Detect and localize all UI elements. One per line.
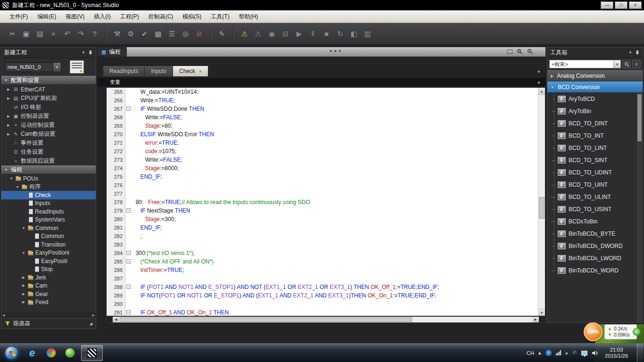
- flag-tray-icon[interactable]: ⚐: [572, 350, 577, 356]
- tree-item-cam[interactable]: ▶✎Cam数据设置: [1, 130, 96, 139]
- toolbox-search-combo[interactable]: ▼: [549, 60, 621, 68]
- warning-level-icon[interactable]: ⚠: [238, 27, 251, 41]
- menu-item-9[interactable]: 帮助(H): [234, 10, 263, 23]
- build-icon[interactable]: ⚒: [110, 27, 124, 41]
- toolbox-function-bcdstobin[interactable]: FBCDsToBin: [547, 215, 643, 228]
- network-icon[interactable]: [556, 350, 561, 355]
- code-line-275[interactable]: 275 END_IF;: [107, 173, 545, 181]
- fold-collapse-icon[interactable]: −: [126, 208, 131, 213]
- tree-item-feed[interactable]: ▶Feed: [1, 298, 96, 307]
- toolbox-function-bcd-to-usint[interactable]: FBCD_TO_USINT: [547, 203, 643, 215]
- rebuild-icon[interactable]: ⚙: [124, 27, 138, 41]
- run-icon[interactable]: ▶: [292, 27, 306, 41]
- tree-item-stop[interactable]: Stop: [1, 265, 96, 274]
- fold-collapse-icon[interactable]: −: [126, 285, 131, 289]
- start-button[interactable]: [5, 346, 19, 360]
- expand-icon[interactable]: ◢: [90, 321, 92, 326]
- volume-icon[interactable]: [592, 350, 598, 356]
- chevron-right-icon[interactable]: ▶: [21, 292, 26, 296]
- scroll-right-icon[interactable]: ▶: [532, 317, 539, 322]
- progress-badge[interactable]: 80%: [584, 322, 603, 341]
- antivirus-tray-icon[interactable]: ●: [565, 350, 569, 356]
- chevron-down-icon[interactable]: ▼: [613, 60, 620, 68]
- horizontal-scrollbar[interactable]: ◀ ▶: [106, 316, 545, 323]
- tree-item-gear[interactable]: ▶Gear: [1, 290, 96, 298]
- code-line-280[interactable]: 280 Stage:=300;: [107, 215, 545, 223]
- code-line-267[interactable]: 267− IF WriteSDO.Done THEN: [107, 105, 545, 113]
- fit-to-window-icon[interactable]: [507, 49, 512, 54]
- st-code-editor[interactable]: 265 W_data:=UINT#10#14;266 Write:=TRUE;2…: [106, 87, 545, 316]
- search-input[interactable]: [550, 60, 613, 68]
- tree-item-common[interactable]: Common: [1, 232, 96, 241]
- chevron-right-icon[interactable]: ▶: [6, 132, 11, 136]
- toolbox-function-bcd-to-udint[interactable]: FBCD_TO_UDINT: [547, 166, 643, 179]
- chevron-down-icon[interactable]: ▼: [53, 63, 61, 72]
- tree-item-item[interactable]: ≈数据跟踪设置: [1, 156, 96, 165]
- pin-icon[interactable]: [88, 50, 93, 56]
- tab-inputs[interactable]: Inputs: [145, 66, 173, 76]
- code-line-290[interactable]: 290: [107, 300, 545, 308]
- chevron-right-icon[interactable]: ▶: [21, 300, 26, 304]
- help-tray-icon[interactable]: ?: [545, 350, 552, 356]
- tree-item-easypositioni[interactable]: ▼EasyPositioni: [1, 249, 96, 257]
- sysmac-studio-taskbar-button[interactable]: [81, 345, 103, 361]
- chevron-down-icon[interactable]: ▼: [82, 50, 85, 55]
- add-task-button[interactable]: +: [633, 328, 641, 336]
- taskbar-clock[interactable]: 21:03 2015/1/26: [602, 347, 631, 359]
- tab-check[interactable]: Check×: [173, 66, 208, 76]
- menu-item-7[interactable]: 模拟(S): [178, 10, 206, 23]
- tree-item-jerk[interactable]: ▶Jerk: [1, 273, 96, 282]
- code-line-284[interactable]: 284− 300:(*test I/O servo 1*);: [107, 249, 545, 257]
- redo-icon[interactable]: ↷: [74, 27, 88, 41]
- code-line-277[interactable]: 277: [107, 189, 545, 198]
- scrollbar-thumb[interactable]: [539, 197, 545, 219]
- monitor-icon[interactable]: ◉: [265, 27, 279, 41]
- code-line-271[interactable]: 271 error:=TRUE;: [107, 139, 545, 147]
- toolbox-function-bcd-to-ulint[interactable]: FBCD_TO_ULINT: [547, 191, 643, 203]
- code-line-282[interactable]: 282 ;: [107, 232, 545, 240]
- close-button[interactable]: ×: [629, 1, 642, 9]
- code-line-288[interactable]: 288− IF (POT1 AND NOT1 AND E_STOP1) AND …: [107, 283, 545, 291]
- abort-icon[interactable]: ⊘: [192, 27, 206, 41]
- device-selector[interactable]: new_NJ501_0 ▼: [5, 62, 61, 72]
- undo-icon[interactable]: ↶: [60, 27, 74, 41]
- toolbox-function-bcd-to-sint[interactable]: FBCD_TO_SINT: [547, 154, 643, 166]
- stop-icon[interactable]: ■: [320, 27, 333, 41]
- tree-item-pous[interactable]: ▼POUs: [1, 174, 96, 183]
- tab-list-dropdown-icon[interactable]: ▼: [537, 70, 541, 74]
- code-line-286[interactable]: 286 InitTimer:=TRUE;: [107, 266, 545, 274]
- edit-mode-icon[interactable]: ✎: [215, 27, 229, 41]
- code-line-278[interactable]: 278 80: Free:=TRUE;// Allows to read the…: [107, 198, 545, 206]
- chevron-right-icon[interactable]: ▶: [21, 276, 26, 280]
- chevron-right-icon[interactable]: ▶: [6, 115, 11, 118]
- tree-item-common[interactable]: ▼Common: [1, 224, 96, 232]
- fold-collapse-icon[interactable]: −: [126, 251, 131, 255]
- scrollbar-thumb[interactable]: [120, 317, 412, 322]
- pause-icon[interactable]: ‖: [306, 27, 320, 41]
- scroll-down-icon[interactable]: ▼: [538, 309, 545, 316]
- observation-icon[interactable]: ⚠: [251, 27, 265, 41]
- fold-collapse-icon[interactable]: −: [126, 107, 131, 111]
- toolbox-function-bcd-to-int[interactable]: FBCD_TO_INT: [547, 130, 643, 142]
- io-monitor-icon[interactable]: ⊟: [279, 27, 292, 41]
- scroll-up-icon[interactable]: ▲: [538, 88, 545, 95]
- code-line-285[interactable]: 285− (*Check All OFF and All ON*): [107, 257, 545, 266]
- scroll-left-icon[interactable]: ◀: [2, 313, 5, 317]
- tree-item-easypositi[interactable]: EasyPositi: [1, 257, 96, 265]
- scroll-right-icon[interactable]: ▶: [92, 313, 95, 317]
- toolbox-function-bintobcds-word[interactable]: FBinToBCDs_WORD: [547, 264, 643, 277]
- code-line-287[interactable]: 287: [107, 274, 545, 283]
- chevron-down-icon[interactable]: ▼: [9, 177, 14, 180]
- tree-item-item[interactable]: ▶+运动控制设置: [1, 121, 96, 130]
- delete-icon[interactable]: ×: [47, 27, 60, 41]
- code-line-266[interactable]: 266 Write:=TRUE;: [107, 96, 545, 105]
- code-line-283[interactable]: 283: [107, 240, 545, 249]
- copy-icon[interactable]: ▣: [19, 27, 33, 41]
- toolbox-function-arytobcd[interactable]: FAryToBCD: [547, 93, 643, 105]
- fold-collapse-icon[interactable]: −: [126, 310, 131, 314]
- toolbox-function-bcd-to-lint[interactable]: FBCD_TO_LINT: [547, 142, 643, 154]
- variable-manager-icon[interactable]: ▦: [151, 27, 165, 41]
- splitter-dots[interactable]: ●●●: [330, 49, 343, 53]
- toolbox-function-bintobcds-lword[interactable]: FBinToBCDs_LWORD: [547, 252, 643, 264]
- tree-item-transition[interactable]: Transition: [1, 240, 96, 249]
